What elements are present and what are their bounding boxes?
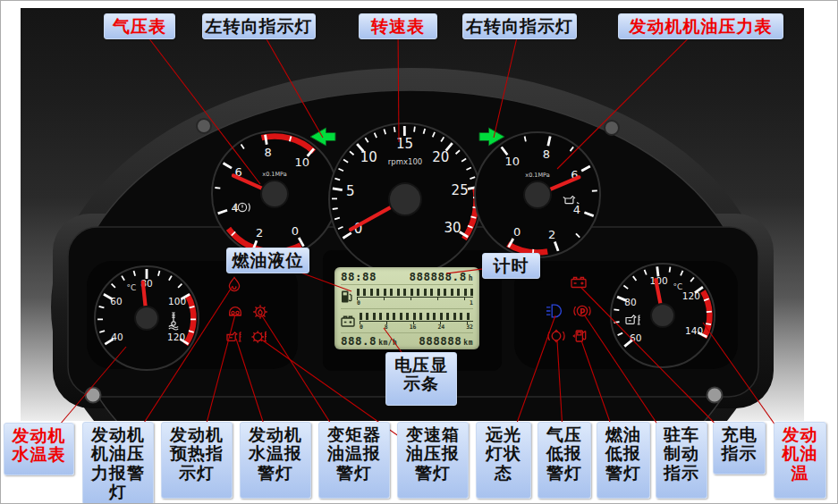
gauge-hub	[135, 307, 158, 330]
gauge-number: 120	[167, 332, 185, 342]
svg-text:P: P	[580, 307, 585, 316]
gauge-number: 15	[396, 136, 413, 152]
gauge-number: 10	[295, 155, 310, 169]
label-transmission-oil-pressure-warning: 变速箱 油压报 警灯	[397, 422, 469, 499]
gauge-number: 40	[111, 332, 123, 342]
gauge-number: 20	[432, 149, 449, 165]
water-temp-gauge: 406080100120°C	[95, 266, 199, 370]
gauge-unit: x0.1MPa	[525, 172, 549, 179]
gauge-number: 5	[346, 183, 355, 199]
gauge-number: 0	[513, 225, 521, 239]
gauge-number: 2	[548, 228, 555, 241]
fuel-icon	[341, 290, 352, 304]
gauge-number: 10	[360, 149, 377, 165]
gauge-number: 4	[573, 203, 580, 216]
tachometer: 051015202530rpmx100	[329, 123, 481, 275]
label-right-turn-indicator: 右转向指示灯	[462, 13, 577, 39]
gauge-number: 80	[624, 297, 636, 307]
voltage-bargraph: 08162432	[360, 313, 473, 330]
label-torque-converter-oil-temp-warning: 变矩器 油温报 警灯	[318, 422, 390, 499]
gauge-number: 120	[682, 290, 700, 300]
lcd-display: 88:88 888888.8h 01	[334, 267, 479, 349]
gauge-number: 140	[685, 325, 703, 336]
lcd-scale-label: 8	[385, 324, 388, 330]
label-air-pressure-low-warning: 气压 低报 警灯	[538, 422, 591, 499]
screw-hole	[86, 388, 101, 403]
gauge-unit: x0.1MPa	[262, 171, 286, 178]
gauge-number: 30	[444, 220, 461, 236]
label-fuel-low-warning: 燃油 低报 警灯	[597, 422, 650, 499]
label-fuel-level: 燃油液位	[226, 248, 309, 273]
label-voltage-bar: 电压显 示条	[385, 352, 457, 406]
gauge-number: 60	[110, 296, 122, 307]
oil-temp-gauge: 6080100120140°C	[611, 264, 715, 367]
label-engine-oil-temp: 发动 机油 温	[774, 422, 826, 499]
label-left-turn-indicator: 左转向指示灯	[202, 13, 316, 39]
gauge-hub	[524, 181, 551, 208]
engine-oil-pressure-gauge: 0246810x0.1MPa	[475, 132, 600, 257]
label-air-pressure-gauge: 气压表	[104, 13, 175, 39]
screw-hole	[707, 388, 723, 403]
gauge-number: 10	[504, 155, 520, 168]
lcd-scale-label: 0	[360, 324, 363, 330]
slide: 0246810x0.1MPa051015202530rpmx1000246810…	[0, 0, 838, 504]
label-tachometer: 转速表	[359, 13, 437, 39]
lcd-scale-label: 0	[357, 300, 360, 306]
gauge-unit: °C	[673, 282, 683, 291]
gauge-number: 8	[265, 146, 272, 159]
lcd-scale-label: 16	[410, 324, 417, 330]
gauge-number: 8	[543, 147, 550, 161]
gauge-number: 2	[256, 226, 263, 239]
gauge-number: 100	[168, 296, 186, 307]
lcd-clock: 88:88	[341, 270, 377, 283]
lcd-scale-label: 1	[470, 300, 473, 306]
gauge-number: 0	[292, 224, 299, 238]
gauge-hub	[651, 304, 674, 327]
gauge-unit: °C	[127, 283, 137, 292]
gauge-hub	[261, 181, 288, 207]
lcd-scale-label: 24	[437, 324, 444, 330]
lcd-speed: 888.8km/h	[341, 334, 397, 348]
gauge-number: 100	[650, 275, 668, 286]
lcd-hour-meter: 888888.8h	[409, 270, 473, 283]
label-engine-oil-pressure-warning: 发动机 机油压 力报警 灯	[82, 422, 154, 504]
lcd-voltage-band: 08162432	[341, 308, 473, 332]
label-parking-brake-indicator: 驻车 制动 指示	[656, 422, 707, 499]
screw-hole	[605, 121, 619, 135]
lcd-scale-label: 32	[466, 324, 473, 330]
air-pressure-gauge: 0246810x0.1MPa	[212, 131, 337, 256]
screw-hole	[197, 119, 211, 133]
label-engine-oil-pressure-gauge: 发动机机油压力表	[618, 13, 783, 39]
gauge-number: 60	[630, 332, 641, 343]
label-water-temp-gauge: 发动机 水温表	[4, 423, 74, 475]
lcd-fuel-band: 01	[341, 284, 473, 307]
label-high-beam-status: 远光 灯状 态	[476, 422, 531, 499]
battery-icon	[341, 315, 355, 327]
gauge-number: 25	[452, 182, 469, 198]
gauge-hub	[389, 183, 421, 215]
label-engine-water-temp-warning: 发动机 水温报 警灯	[240, 422, 311, 499]
fuel-bargraph: 01	[357, 289, 473, 306]
label-engine-preheat-indicator: 发动机 预热指 示灯	[161, 422, 233, 499]
gauge-unit: rpmx100	[388, 157, 422, 166]
label-charge-indicator: 充电 指示	[713, 422, 766, 475]
label-hour-meter: 计时	[482, 253, 540, 279]
lcd-odometer: 888888km	[419, 334, 473, 348]
